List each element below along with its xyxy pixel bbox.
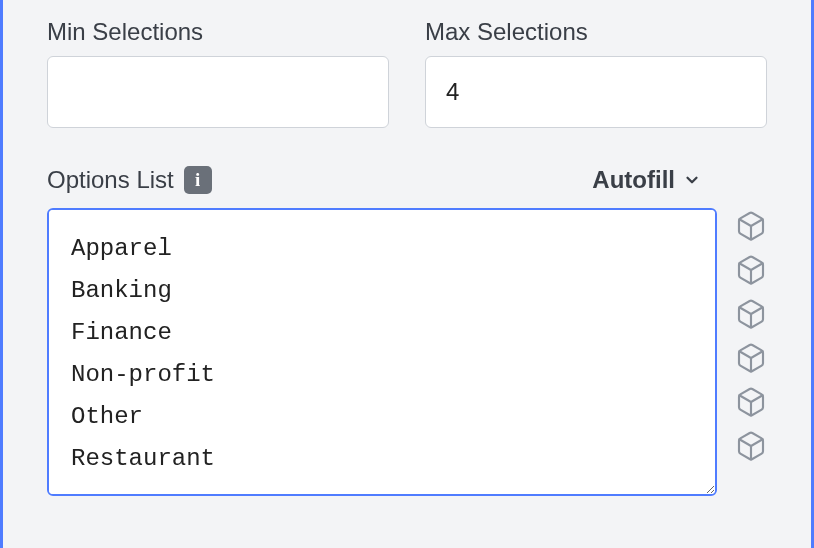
options-body: [47, 208, 767, 496]
max-selections-field: Max Selections: [425, 18, 767, 128]
min-selections-field: Min Selections: [47, 18, 389, 128]
options-header: Options List i Autofill: [47, 162, 767, 198]
cube-icon[interactable]: [735, 210, 767, 242]
options-list-label: Options List: [47, 166, 174, 194]
chevron-down-icon: [683, 171, 701, 189]
cube-icon[interactable]: [735, 298, 767, 330]
autofill-label: Autofill: [592, 166, 675, 194]
max-selections-input[interactable]: [425, 56, 767, 128]
cube-icon[interactable]: [735, 430, 767, 462]
selections-row: Min Selections Max Selections: [47, 18, 767, 128]
max-selections-label: Max Selections: [425, 18, 767, 46]
autofill-button[interactable]: Autofill: [586, 162, 707, 198]
cube-icon[interactable]: [735, 254, 767, 286]
min-selections-input[interactable]: [47, 56, 389, 128]
options-list-textarea[interactable]: [47, 208, 717, 496]
info-icon[interactable]: i: [184, 166, 212, 194]
options-label-group: Options List i: [47, 166, 212, 194]
cube-icon[interactable]: [735, 342, 767, 374]
cube-icon-column: [735, 208, 767, 462]
form-panel: Min Selections Max Selections Options Li…: [0, 0, 814, 548]
cube-icon[interactable]: [735, 386, 767, 418]
min-selections-label: Min Selections: [47, 18, 389, 46]
